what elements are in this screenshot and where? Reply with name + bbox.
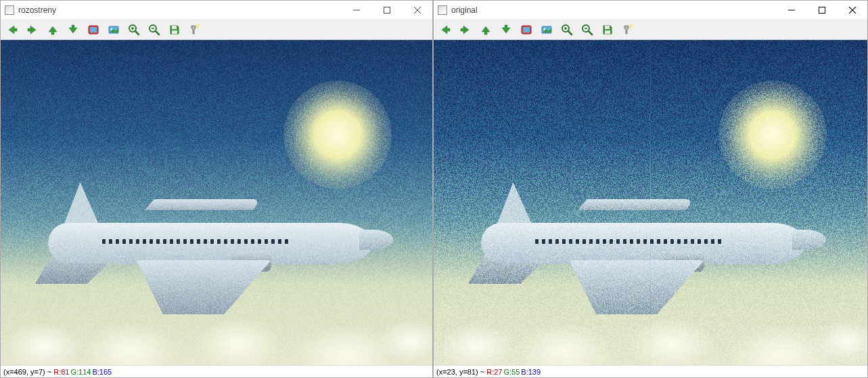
save-icon bbox=[168, 24, 181, 36]
minimize-button[interactable] bbox=[776, 1, 806, 19]
zoom-in-icon bbox=[561, 24, 573, 36]
arrow-right-icon bbox=[459, 24, 472, 36]
flashlight-icon bbox=[622, 24, 634, 36]
nav-back-button[interactable] bbox=[438, 22, 453, 37]
svg-line-13 bbox=[156, 31, 159, 35]
svg-rect-15 bbox=[172, 26, 177, 29]
svg-rect-16 bbox=[172, 30, 177, 34]
original-size-button[interactable] bbox=[106, 22, 121, 37]
fit-image-button[interactable] bbox=[519, 22, 534, 37]
titlebar[interactable]: original bbox=[434, 1, 867, 20]
svg-rect-22 bbox=[523, 27, 530, 33]
original-size-icon bbox=[541, 24, 553, 36]
arrow-left-icon bbox=[6, 24, 18, 36]
close-button[interactable] bbox=[837, 1, 867, 19]
toolbar bbox=[434, 20, 867, 40]
status-g: G:55 bbox=[503, 368, 520, 376]
statusbar: (x=23, y=81) ~ R:27 G:55 B:139 bbox=[434, 365, 867, 377]
zoom-in-button[interactable] bbox=[559, 22, 574, 37]
window-original: original bbox=[433, 0, 868, 378]
window-controls bbox=[341, 1, 432, 19]
cursor-tool-button[interactable] bbox=[187, 22, 202, 37]
arrow-down-icon bbox=[500, 24, 512, 36]
status-g: G:114 bbox=[70, 368, 91, 376]
fit-image-icon bbox=[87, 24, 99, 36]
window-title: original bbox=[451, 5, 478, 15]
nav-down-button[interactable] bbox=[499, 22, 513, 37]
status-separator: ~ bbox=[480, 368, 484, 376]
status-b: B:165 bbox=[92, 368, 112, 376]
arrow-left-icon bbox=[439, 24, 451, 36]
save-icon bbox=[601, 24, 614, 36]
nav-forward-button[interactable] bbox=[25, 22, 40, 37]
zoom-in-icon bbox=[128, 24, 140, 36]
status-b: B:139 bbox=[521, 368, 541, 376]
titlebar[interactable]: rozostreny bbox=[1, 1, 432, 20]
svg-rect-33 bbox=[605, 30, 610, 34]
app-icon bbox=[5, 5, 14, 15]
save-button[interactable] bbox=[600, 22, 615, 37]
save-button[interactable] bbox=[167, 22, 182, 37]
cursor-tool-button[interactable] bbox=[620, 22, 635, 37]
original-size-icon bbox=[108, 24, 120, 36]
svg-rect-32 bbox=[605, 26, 610, 29]
window-controls bbox=[776, 1, 867, 19]
svg-rect-1 bbox=[384, 7, 390, 13]
status-coord: (x=23, y=81) bbox=[436, 368, 478, 376]
zoom-out-button[interactable] bbox=[147, 22, 162, 37]
svg-rect-5 bbox=[90, 27, 97, 33]
svg-rect-18 bbox=[819, 7, 825, 13]
arrow-up-icon bbox=[47, 24, 59, 36]
app-icon bbox=[438, 5, 447, 15]
window-title: rozostreny bbox=[18, 5, 56, 15]
original-size-button[interactable] bbox=[539, 22, 554, 37]
status-r: R:81 bbox=[53, 368, 69, 376]
nav-forward-button[interactable] bbox=[458, 22, 473, 37]
fit-image-icon bbox=[520, 24, 532, 36]
status-separator: ~ bbox=[47, 368, 51, 376]
maximize-button[interactable] bbox=[806, 1, 837, 19]
zoom-out-button[interactable] bbox=[580, 22, 595, 37]
svg-line-9 bbox=[135, 31, 139, 35]
zoom-out-icon bbox=[581, 24, 593, 36]
status-coord: (x=469, y=7) bbox=[3, 368, 45, 376]
flashlight-icon bbox=[189, 24, 201, 36]
svg-line-26 bbox=[568, 31, 572, 35]
fit-image-button[interactable] bbox=[86, 22, 101, 37]
nav-up-button[interactable] bbox=[478, 22, 493, 37]
zoom-out-icon bbox=[148, 24, 160, 36]
arrow-up-icon bbox=[480, 24, 492, 36]
arrow-right-icon bbox=[26, 24, 39, 36]
nav-back-button[interactable] bbox=[5, 22, 20, 37]
image-viewport[interactable] bbox=[434, 40, 867, 365]
toolbar bbox=[1, 20, 432, 40]
svg-line-30 bbox=[589, 31, 592, 35]
window-rozostreny: rozostreny bbox=[0, 0, 433, 378]
image-viewport[interactable] bbox=[1, 40, 432, 365]
nav-up-button[interactable] bbox=[45, 22, 60, 37]
arrow-down-icon bbox=[67, 24, 79, 36]
close-button[interactable] bbox=[402, 1, 432, 19]
statusbar: (x=469, y=7) ~ R:81 G:114 B:165 bbox=[1, 365, 432, 377]
maximize-button[interactable] bbox=[371, 1, 402, 19]
nav-down-button[interactable] bbox=[66, 22, 81, 37]
status-r: R:27 bbox=[486, 368, 502, 376]
zoom-in-button[interactable] bbox=[127, 22, 141, 37]
minimize-button[interactable] bbox=[341, 1, 371, 19]
